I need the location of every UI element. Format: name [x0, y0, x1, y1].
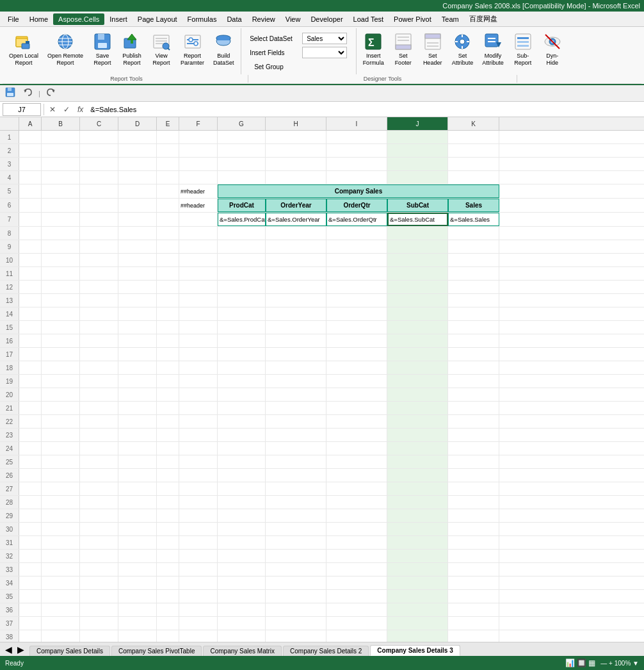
- sheet-tab-2[interactable]: Company Sales PivotTable: [111, 646, 202, 656]
- open-remote-report-button[interactable]: Open RemoteReport: [44, 29, 87, 68]
- cell-H1[interactable]: [266, 131, 326, 143]
- cell-reference-box[interactable]: J7: [3, 103, 41, 116]
- sub-report-icon: [513, 32, 533, 51]
- col-header-subcat[interactable]: SubCat: [387, 199, 448, 212]
- row-num-30: 30: [0, 523, 19, 535]
- cell-B1[interactable]: [42, 131, 80, 143]
- menu-insert[interactable]: Insert: [104, 13, 133, 25]
- col-header-G[interactable]: G: [218, 117, 266, 130]
- col-header-J[interactable]: J: [387, 117, 448, 130]
- menu-review[interactable]: Review: [247, 13, 280, 25]
- report-parameter-button[interactable]: ReportParamter: [177, 29, 208, 68]
- cell-F5-header-label[interactable]: ##header: [179, 184, 218, 198]
- insert-formula-button[interactable]: Σ InsertFormula: [359, 29, 388, 68]
- row-num-36: 36: [0, 603, 19, 616]
- dyn-hide-button[interactable]: Dyn-Hide: [538, 29, 567, 68]
- set-group-button[interactable]: Set Group: [250, 61, 288, 72]
- cell-K7[interactable]: &=Sales.Sales: [448, 213, 499, 226]
- fields-select[interactable]: [302, 47, 347, 58]
- menu-baidu[interactable]: 百度网盘: [464, 12, 503, 26]
- col-header-A[interactable]: A: [19, 117, 42, 130]
- fx-label: fx: [75, 105, 86, 114]
- dataset-select[interactable]: Sales: [302, 33, 347, 44]
- sheet-tab-5[interactable]: Company Sales Details 3: [370, 645, 460, 656]
- cell-G7[interactable]: &=Sales.ProdCat: [218, 213, 266, 226]
- cell-K1[interactable]: [448, 131, 499, 143]
- col-header-K[interactable]: K: [448, 117, 499, 130]
- col-header-B[interactable]: B: [42, 117, 80, 130]
- menu-view[interactable]: View: [280, 13, 306, 25]
- formula-bar: J7 ✕ ✓ fx &=Sales.Sales: [0, 102, 644, 117]
- col-header-orderyear[interactable]: OrderYear: [266, 199, 326, 212]
- view-report-button[interactable]: ViewReport: [147, 29, 175, 68]
- undo-button[interactable]: [20, 85, 36, 101]
- cell-A1[interactable]: [19, 131, 42, 143]
- col-header-H[interactable]: H: [266, 117, 326, 130]
- row-7: 7 &=Sales.ProdCat &=Sales.OrderYear &=Sa…: [0, 213, 644, 227]
- menu-load-test[interactable]: Load Test: [348, 13, 389, 25]
- menu-aspose-cells[interactable]: Aspose.Cells: [53, 13, 104, 25]
- menu-power-pivot[interactable]: Power Pivot: [389, 13, 437, 25]
- menu-formulas[interactable]: Formulas: [182, 13, 222, 25]
- sheet-tab-1[interactable]: Company Sales Details: [29, 646, 110, 656]
- cell-C1[interactable]: [80, 131, 118, 143]
- save-quick-button[interactable]: [3, 85, 18, 101]
- menu-page-layout[interactable]: Page Layout: [133, 13, 182, 25]
- cell-J1[interactable]: [387, 131, 448, 143]
- save-report-button[interactable]: SaveReport: [88, 29, 117, 68]
- menu-home[interactable]: Home: [24, 13, 53, 25]
- cell-H7[interactable]: &=Sales.OrderYear: [266, 213, 326, 226]
- row-6: 6 ##header ProdCat OrderYear OrderQtr Su…: [0, 199, 644, 213]
- cell-I1[interactable]: [326, 131, 387, 143]
- cell-F1[interactable]: [179, 131, 218, 143]
- formula-input[interactable]: &=Sales.Sales: [88, 103, 641, 116]
- scroll-tabs-right[interactable]: ▶: [15, 643, 27, 656]
- cell-I7[interactable]: &=Sales.OrderQtr: [326, 213, 387, 226]
- redo-button[interactable]: [43, 85, 58, 101]
- publish-report-button[interactable]: PublishReport: [118, 29, 146, 68]
- company-sales-header[interactable]: Company Sales: [218, 184, 499, 198]
- cell-E1[interactable]: [157, 131, 179, 143]
- open-local-report-button[interactable]: Open LocalReport: [5, 29, 42, 68]
- col-header-I[interactable]: I: [326, 117, 387, 130]
- cell-F6-header-label[interactable]: ##header: [179, 199, 218, 212]
- col-header-orderqtr[interactable]: OrderQtr: [326, 199, 387, 212]
- menu-team[interactable]: Team: [437, 13, 464, 25]
- cell-J7-active[interactable]: &=Sales.SubCat: [387, 213, 448, 226]
- row-num-26: 26: [0, 469, 19, 482]
- confirm-formula-button[interactable]: ✓: [61, 104, 72, 115]
- menu-data[interactable]: Data: [221, 13, 246, 25]
- sheet-tab-4[interactable]: Company Sales Details 2: [283, 646, 369, 656]
- sub-report-button[interactable]: Sub-Report: [509, 29, 537, 68]
- menu-file[interactable]: File: [3, 13, 24, 25]
- svg-rect-30: [396, 45, 411, 49]
- svg-marker-13: [127, 34, 136, 40]
- cell-D1[interactable]: [118, 131, 157, 143]
- col-header-prodcat[interactable]: ProdCat: [218, 199, 266, 212]
- set-footer-button[interactable]: SetFooter: [389, 29, 417, 68]
- svg-rect-21: [185, 35, 200, 48]
- row-2: 2: [0, 144, 644, 158]
- row-29: 29: [0, 509, 644, 523]
- col-header-sales[interactable]: Sales: [448, 199, 499, 212]
- build-dataset-button[interactable]: BuildDataSet: [209, 29, 238, 68]
- col-header-D[interactable]: D: [118, 117, 157, 130]
- modify-attribute-button[interactable]: ModifyAttribute: [478, 29, 508, 68]
- cancel-formula-button[interactable]: ✕: [47, 104, 58, 115]
- row-13: 13: [0, 294, 644, 307]
- open-local-icon: [13, 32, 34, 51]
- col-header-C[interactable]: C: [80, 117, 118, 130]
- set-header-icon: [423, 32, 443, 51]
- row-15: 15: [0, 321, 644, 334]
- menu-developer[interactable]: Developer: [305, 13, 348, 25]
- set-attribute-button[interactable]: SetAttribute: [448, 29, 478, 68]
- row-num-5: 5: [0, 184, 19, 198]
- col-header-E[interactable]: E: [157, 117, 179, 130]
- row-num-19: 19: [0, 375, 19, 388]
- cell-G1[interactable]: [218, 131, 266, 143]
- sheet-tab-3[interactable]: Company Sales Matrix: [203, 646, 282, 656]
- set-header-button[interactable]: SetHeader: [419, 29, 447, 68]
- row-num-32: 32: [0, 550, 19, 562]
- scroll-tabs-left[interactable]: ◀: [3, 643, 15, 656]
- col-header-F[interactable]: F: [179, 117, 218, 130]
